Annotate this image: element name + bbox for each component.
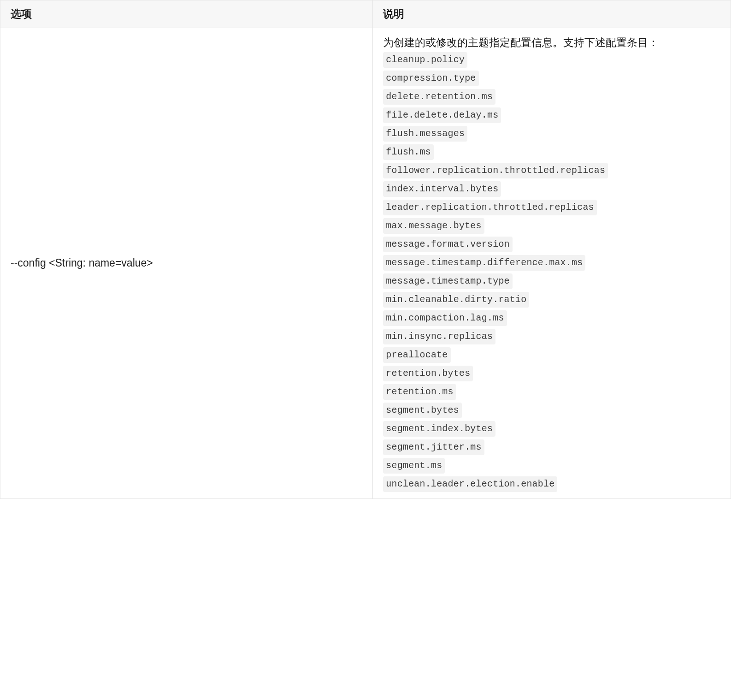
options-table: 选项 说明 --config <String: name=value> 为创建的… bbox=[0, 0, 731, 499]
option-text: --config <String: name=value> bbox=[11, 257, 153, 269]
description-intro: 为创建的或修改的主题指定配置信息。支持下述配置条目： bbox=[383, 35, 720, 51]
config-entry: file.delete.delay.ms bbox=[383, 107, 501, 123]
config-entry: segment.ms bbox=[383, 458, 445, 474]
config-entry: flush.ms bbox=[383, 144, 434, 160]
description-cell: 为创建的或修改的主题指定配置信息。支持下述配置条目： cleanup.polic… bbox=[373, 28, 731, 499]
config-entry: message.format.version bbox=[383, 237, 512, 252]
config-entry: message.timestamp.type bbox=[383, 273, 512, 289]
config-entry: min.cleanable.dirty.ratio bbox=[383, 292, 529, 308]
header-option: 选项 bbox=[0, 0, 373, 28]
config-entry: max.message.bytes bbox=[383, 218, 484, 234]
config-entry: min.compaction.lag.ms bbox=[383, 310, 507, 326]
table-row: --config <String: name=value> 为创建的或修改的主题… bbox=[0, 28, 731, 499]
option-cell: --config <String: name=value> bbox=[0, 28, 373, 499]
config-entry: flush.messages bbox=[383, 126, 467, 142]
config-entry: min.insync.replicas bbox=[383, 329, 495, 344]
config-entries-list: cleanup.policycompression.typedelete.ret… bbox=[383, 52, 720, 492]
config-entry: retention.bytes bbox=[383, 366, 473, 381]
config-entry: compression.type bbox=[383, 71, 478, 86]
config-entry: follower.replication.throttled.replicas bbox=[383, 163, 608, 178]
config-entry: segment.index.bytes bbox=[383, 421, 495, 437]
config-entry: segment.jitter.ms bbox=[383, 439, 484, 455]
config-entry: delete.retention.ms bbox=[383, 89, 495, 105]
config-entry: cleanup.policy bbox=[383, 52, 467, 68]
config-entry: index.interval.bytes bbox=[383, 181, 501, 197]
config-entry: preallocate bbox=[383, 347, 450, 363]
config-entry: leader.replication.throttled.replicas bbox=[383, 200, 596, 215]
header-description: 说明 bbox=[373, 0, 731, 28]
config-entry: retention.ms bbox=[383, 384, 456, 400]
config-entry: message.timestamp.difference.max.ms bbox=[383, 255, 585, 271]
config-entry: unclean.leader.election.enable bbox=[383, 476, 557, 492]
config-entry: segment.bytes bbox=[383, 403, 462, 418]
table-header-row: 选项 说明 bbox=[0, 0, 731, 28]
